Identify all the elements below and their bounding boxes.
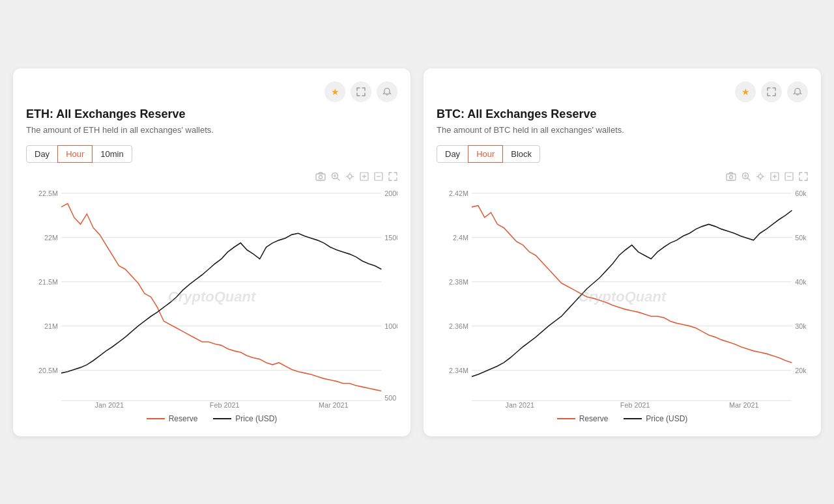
- svg-text:Mar 2021: Mar 2021: [729, 400, 759, 407]
- eth-fullscreen-icon[interactable]: [388, 172, 397, 184]
- svg-text:Jan 2021: Jan 2021: [95, 400, 124, 407]
- btc-camera-icon[interactable]: [726, 172, 736, 184]
- eth-time-day[interactable]: Day: [26, 145, 58, 163]
- svg-rect-31: [726, 174, 736, 180]
- eth-minus-icon[interactable]: [374, 172, 383, 184]
- svg-text:Feb 2021: Feb 2021: [210, 400, 240, 407]
- eth-chart-svg: 22.5M 22M 21.5M 21M 20.5M 2000 1500 1000…: [26, 186, 397, 408]
- svg-text:30k: 30k: [795, 322, 807, 329]
- svg-text:2.38M: 2.38M: [449, 277, 468, 285]
- btc-legend-reserve: Reserve: [557, 414, 609, 423]
- eth-legend: Reserve Price (USD): [26, 414, 397, 423]
- eth-desc: The amount of ETH held in all exchanges'…: [26, 125, 397, 135]
- btc-card-header: ★: [437, 81, 808, 102]
- eth-camera-icon[interactable]: [315, 172, 326, 184]
- svg-text:2.42M: 2.42M: [449, 189, 468, 197]
- eth-legend-price: Price (USD): [213, 414, 277, 423]
- btc-title: BTC: All Exchanges Reserve: [437, 107, 808, 121]
- main-container: ★ ETH: All Exchanges Reserve The amount …: [13, 68, 821, 436]
- svg-text:40k: 40k: [795, 277, 807, 285]
- eth-title: ETH: All Exchanges Reserve: [26, 107, 397, 121]
- eth-chart: CryptoQuant 22.5M 22M 21.5M 21M 20.5M 20…: [26, 186, 397, 408]
- btc-time-buttons: Day Hour Block: [437, 145, 808, 163]
- eth-chart-toolbar: [26, 172, 397, 184]
- btc-chart-toolbar: [437, 172, 808, 184]
- btc-time-hour[interactable]: Hour: [468, 145, 503, 163]
- btc-minus-icon[interactable]: [784, 172, 794, 184]
- svg-text:21M: 21M: [44, 322, 58, 329]
- eth-zoom-icon[interactable]: [331, 172, 340, 184]
- btc-legend: Reserve Price (USD): [437, 414, 808, 423]
- svg-text:20k: 20k: [795, 366, 807, 374]
- eth-star-button[interactable]: ★: [324, 81, 345, 102]
- eth-card: ★ ETH: All Exchanges Reserve The amount …: [13, 68, 410, 436]
- svg-rect-0: [316, 174, 325, 180]
- svg-text:Mar 2021: Mar 2021: [319, 400, 349, 407]
- btc-add-icon[interactable]: [770, 172, 779, 184]
- btc-card: ★ BTC: All Exchanges Reserve The amount …: [424, 68, 821, 436]
- eth-time-hour[interactable]: Hour: [57, 145, 93, 163]
- btc-desc: The amount of BTC held in all exchanges'…: [437, 125, 808, 135]
- btc-legend-price: Price (USD): [624, 414, 687, 423]
- btc-time-day[interactable]: Day: [437, 145, 468, 163]
- svg-point-1: [319, 175, 323, 178]
- btc-zoom-icon[interactable]: [741, 172, 751, 184]
- svg-text:2000: 2000: [384, 189, 397, 197]
- btc-chart: CryptoQuant 2.42M 2.4M 2.38M 2.36M 2.34M…: [437, 186, 808, 408]
- svg-text:50k: 50k: [795, 233, 807, 241]
- svg-text:2.4M: 2.4M: [453, 233, 468, 241]
- eth-price-line: [213, 418, 231, 419]
- eth-bell-button[interactable]: [377, 81, 397, 102]
- eth-crosshair-icon[interactable]: [345, 172, 354, 184]
- eth-reserve-line: [147, 418, 165, 419]
- svg-text:60k: 60k: [795, 189, 807, 197]
- eth-expand-button[interactable]: [351, 81, 371, 102]
- btc-price-label: Price (USD): [646, 414, 687, 423]
- svg-text:21.5M: 21.5M: [38, 277, 58, 285]
- svg-text:1500: 1500: [384, 233, 397, 241]
- eth-card-header: ★: [26, 81, 397, 102]
- btc-reserve-line: [557, 418, 575, 419]
- svg-text:1000: 1000: [384, 322, 397, 329]
- svg-text:Feb 2021: Feb 2021: [620, 400, 650, 407]
- svg-text:Jan 2021: Jan 2021: [506, 400, 534, 407]
- svg-text:20.5M: 20.5M: [38, 366, 58, 374]
- svg-text:2.34M: 2.34M: [449, 366, 468, 374]
- btc-time-block[interactable]: Block: [502, 145, 540, 163]
- svg-point-32: [730, 175, 733, 178]
- eth-price-label: Price (USD): [235, 414, 277, 423]
- eth-time-buttons: Day Hour 10min: [26, 145, 397, 163]
- btc-star-button[interactable]: ★: [735, 81, 756, 102]
- svg-text:2.36M: 2.36M: [449, 322, 468, 329]
- svg-point-3: [348, 175, 352, 178]
- btc-fullscreen-icon[interactable]: [799, 172, 808, 184]
- svg-text:22.5M: 22.5M: [38, 189, 58, 197]
- btc-bell-button[interactable]: [787, 81, 808, 102]
- svg-text:22M: 22M: [44, 233, 58, 241]
- svg-text:500: 500: [384, 393, 396, 401]
- eth-legend-reserve: Reserve: [147, 414, 198, 423]
- btc-price-line: [624, 418, 642, 419]
- btc-crosshair-icon[interactable]: [756, 172, 765, 184]
- svg-point-34: [758, 175, 762, 178]
- eth-time-10min[interactable]: 10min: [92, 145, 132, 163]
- eth-add-icon[interactable]: [360, 172, 369, 184]
- btc-expand-button[interactable]: [761, 81, 782, 102]
- btc-chart-svg: 2.42M 2.4M 2.38M 2.36M 2.34M 60k 50k 40k…: [437, 186, 808, 408]
- btc-reserve-label: Reserve: [579, 414, 609, 423]
- eth-reserve-label: Reserve: [169, 414, 198, 423]
